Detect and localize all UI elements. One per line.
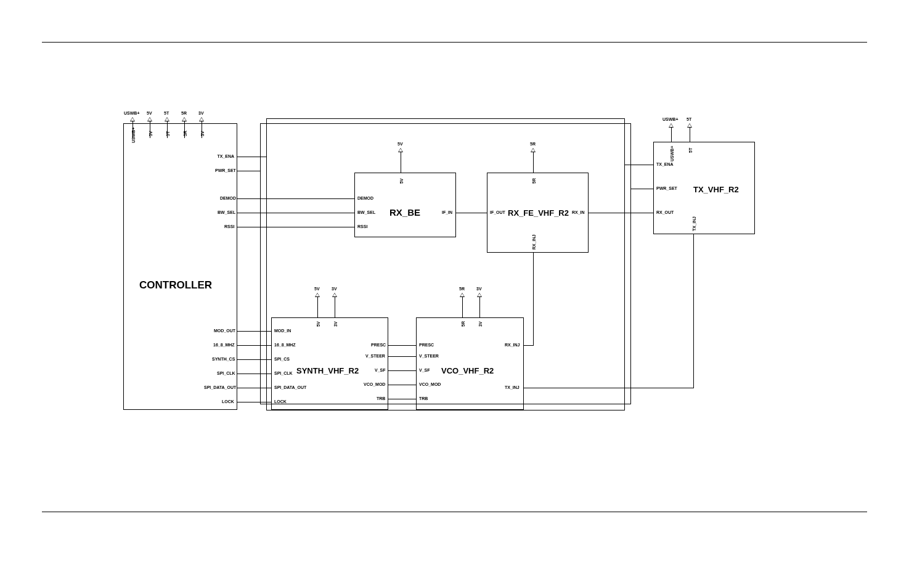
wire — [624, 118, 625, 410]
wire — [524, 345, 534, 346]
controller-title: CONTROLLER — [139, 279, 212, 292]
pin-label: RX_OUT — [656, 210, 674, 214]
pin-label: SPI_DATA_OUT — [274, 385, 306, 390]
wire — [237, 388, 271, 388]
arrow-icon — [669, 123, 674, 128]
power-label: 3V — [476, 287, 482, 291]
synth-title: SYNTH_VHF_R2 — [296, 366, 359, 375]
footer-rule — [42, 512, 867, 512]
pin-label: 16_8_MHZ — [274, 343, 296, 347]
wire — [237, 213, 354, 213]
pin-label: PRESC — [419, 343, 434, 347]
arrow-icon — [182, 117, 187, 121]
wire — [266, 118, 624, 119]
rx-be-title: RX_BE — [389, 207, 420, 218]
wire — [533, 253, 534, 345]
wire — [388, 399, 416, 399]
pin-label: SPI_CLK — [274, 371, 293, 375]
pin-label: BW_SEL — [218, 210, 235, 214]
pin-label: LOCK — [274, 399, 287, 404]
pin-label: V_STEER — [419, 354, 439, 358]
arrow-icon — [147, 117, 152, 121]
arrow-icon — [531, 148, 536, 152]
power-in-label: 5R — [461, 321, 465, 327]
wire — [630, 189, 653, 189]
power-label: 5R — [181, 111, 187, 115]
power-label: 5V — [314, 287, 320, 291]
pin-label: RSSI — [357, 224, 367, 229]
power-label: USWB+ — [124, 111, 139, 115]
pin-label: SPI_CLK — [217, 371, 235, 375]
vco-title: VCO_VHF_R2 — [441, 366, 494, 375]
wire — [237, 198, 354, 199]
header-rule — [42, 42, 867, 43]
power-in-label: USWB+ — [670, 146, 674, 161]
pin-label: VCO_MOD — [364, 382, 385, 386]
pin-label: SYNTH_CS — [212, 357, 235, 361]
power-in-label: 5V — [149, 131, 153, 136]
arrow-icon — [199, 117, 204, 121]
power-in-label: 5R — [532, 178, 536, 184]
wire — [533, 152, 534, 173]
wire — [524, 388, 693, 388]
pin-label: IF_OUT — [490, 210, 505, 214]
power-label: 3V — [332, 287, 337, 291]
block-vco: VCO_VHF_R2 — [416, 317, 524, 410]
wire — [237, 171, 260, 171]
power-in-label: 3V — [478, 321, 483, 327]
pin-label: BW_SEL — [357, 210, 375, 214]
pin-label: V_SF — [419, 368, 430, 372]
arrow-icon — [315, 293, 320, 297]
wire — [266, 118, 267, 410]
arrow-icon — [687, 123, 692, 128]
pin-label: RX_IN — [572, 210, 585, 214]
power-label: 5V — [147, 111, 152, 115]
power-in-label: 5T — [166, 131, 170, 136]
wire — [456, 213, 487, 213]
wire — [630, 123, 631, 404]
arrow-icon — [332, 293, 337, 297]
arrow-icon — [398, 148, 403, 152]
wire — [388, 345, 416, 346]
pin-label: DEMOD — [357, 196, 373, 200]
arrow-icon — [460, 293, 465, 297]
wire — [693, 234, 694, 388]
pin-label: SPI_DATA_OUT — [204, 385, 236, 390]
power-label: 5R — [530, 142, 536, 146]
pin-label: PRESC — [371, 343, 386, 347]
pin-label: TX_ENA — [656, 162, 674, 166]
power-label: 5V — [397, 142, 403, 146]
arrow-icon — [130, 117, 135, 121]
pin-label: V_SF — [375, 368, 386, 372]
power-label: 5R — [459, 287, 465, 291]
wire — [589, 213, 653, 213]
pin-label: SPI_CS — [274, 357, 290, 361]
wire — [260, 123, 630, 124]
wire — [690, 128, 690, 142]
power-in-label: 5T — [688, 148, 693, 153]
wire — [237, 227, 354, 227]
pin-label: PWR_SET — [656, 186, 677, 190]
power-label: USWB+ — [662, 117, 678, 121]
power-in-label: 5V — [399, 178, 404, 184]
pin-label: MOD_OUT — [214, 329, 235, 333]
wire — [317, 297, 318, 317]
power-in-label: USWB+ — [131, 128, 136, 143]
pin-label: TX_INJ — [505, 385, 520, 390]
power-in-label: 3V — [200, 131, 205, 136]
arrow-icon — [477, 293, 482, 297]
wire — [479, 297, 480, 317]
pin-label: DEMOD — [220, 196, 236, 200]
power-in-label: 3V — [333, 321, 338, 327]
wire — [624, 165, 653, 165]
wire — [237, 345, 271, 346]
wire — [260, 123, 261, 404]
wire — [462, 297, 463, 317]
rx-fe-title: RX_FE_VHF_R2 — [508, 208, 569, 218]
pin-label: IF_IN — [442, 210, 452, 214]
power-label: 5T — [687, 117, 691, 121]
pin-label: VCO_MOD — [419, 382, 441, 386]
block-controller: CONTROLLER — [123, 123, 237, 410]
wire — [388, 385, 416, 385]
tx-title: TX_VHF_R2 — [693, 185, 739, 194]
